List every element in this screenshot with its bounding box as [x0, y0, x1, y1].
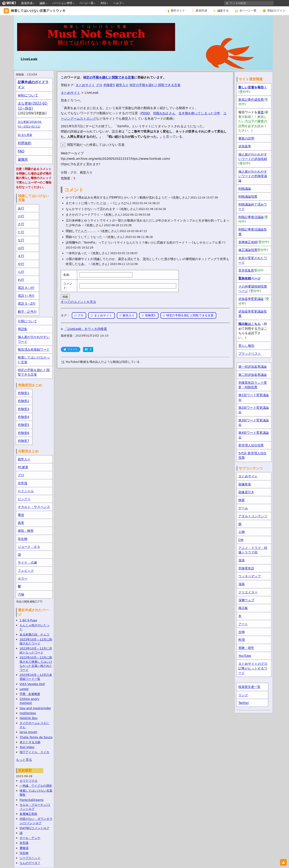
sidebar-menu-link[interactable]: 主な更新(2022-02-12~現在) — [18, 101, 48, 111]
comment-input[interactable] — [79, 283, 176, 288]
subcontent-link[interactable]: 画像逆引き — [238, 490, 254, 494]
kana-link[interactable]: わ行 — [18, 278, 24, 281]
operation-link[interactable]: 緊急依頼ページ — [238, 277, 261, 280]
sidebar-menu-link[interactable]: 利用規約 — [18, 141, 31, 145]
inline-link[interactable]: まとめサイト — [61, 91, 80, 94]
discussion-link[interactable]: 第一回追加基準議論 — [238, 365, 267, 368]
operation-link[interactable]: 削除記事復活議論投票 — [238, 227, 267, 236]
discussion-link[interactable]: 第4回ワード変更議論会 — [238, 431, 269, 439]
recent-page-link[interactable]: motherless — [20, 711, 36, 715]
atwiki-logo[interactable]: @ WIK! — [2, 1, 16, 5]
footer-link[interactable]: Twitter — [238, 701, 249, 705]
tag-button[interactable]: 危険度5 — [139, 312, 158, 319]
discussion-link[interactable]: 5代目 新管理人信任投票 — [238, 451, 266, 460]
operation-link[interactable]: 追加基準変更議論 — [238, 297, 263, 301]
operation-link[interactable]: 意見収集所 — [238, 269, 254, 272]
sidebar-menu-link[interactable]: 避難所 — [18, 157, 28, 161]
misc-link[interactable]: 用語集 — [18, 327, 27, 331]
top-menu-item[interactable]: 編集 — [40, 1, 47, 5]
kana-link[interactable]: ら行 — [18, 270, 24, 274]
recent-page-link[interactable]: 学寮 名誉教授 — [20, 692, 40, 695]
recent-page-link[interactable]: 地下アイドル スイカ — [20, 750, 49, 754]
wiki-search-box[interactable] — [224, 1, 274, 5]
misc-link[interactable]: 特定の手順を踏むと閲覧できる言葉 — [18, 368, 49, 376]
kana-link[interactable]: か行 — [18, 214, 24, 218]
sidebar-menu-link[interactable]: 記事作成のガイドライン — [18, 80, 49, 89]
subcontent-link[interactable]: 生物 — [238, 630, 245, 634]
category-link[interactable]: ホラー — [18, 577, 28, 580]
inline-link[interactable]: 危険度5 — [103, 83, 115, 87]
inline-link[interactable]: 切腹おねえさん — [153, 111, 176, 115]
discussion-link[interactable]: 危険英単語ランク変更・削除投票 — [238, 381, 267, 389]
subcontent-link[interactable]: 実験・研究 — [238, 646, 254, 650]
discussion-link[interactable]: 新管理人信任投票 — [238, 443, 263, 447]
danger-link[interactable]: 危険度4 — [18, 415, 29, 419]
category-link[interactable]: セクシャル — [18, 489, 34, 493]
inline-link[interactable]: 生き物を飼ってしまった少年 — [179, 111, 220, 115]
danger-link[interactable]: 危険度2 — [18, 399, 29, 403]
subcontent-link[interactable]: 放送 — [238, 558, 245, 562]
recent-page-link[interactable]: larva mouth — [20, 730, 37, 734]
kana-link[interactable]: 数字・記号行 — [18, 310, 37, 313]
category-link[interactable]: 謎 — [18, 553, 21, 556]
recent-page-link[interactable]: もんじゃ焼きやいたった — [20, 623, 49, 631]
post-button[interactable]: 投稿 — [61, 294, 70, 300]
history-link[interactable]: 謎 — [20, 831, 23, 835]
subcontent-link[interactable]: 人物 — [238, 530, 245, 534]
top-menu-item[interactable]: ヘルプ — [113, 1, 123, 5]
sidebar-menu-link[interactable]: 旧 主な更新 — [18, 133, 32, 136]
kana-link[interactable]: 英語 J～R行 — [18, 294, 34, 298]
discussion-link[interactable]: 第二回追加基準議論 — [238, 373, 267, 376]
subcontent-link[interactable]: ウィキペディア — [238, 575, 261, 578]
recent-page-link[interactable]: VIXX Voodoo Doll — [20, 682, 45, 686]
top-menu-item[interactable]: バージョン管理 — [52, 1, 74, 5]
operation-link[interactable]: 掲示板はこちら — [238, 322, 261, 326]
operation-link[interactable]: 名前が変更されたワード — [238, 256, 267, 264]
danger-link[interactable]: 危険度3 — [18, 407, 29, 411]
tag-button[interactable]: 殿堂入り — [117, 312, 137, 319]
recent-page-link[interactable]: 2023年10月～12月に存続となったワード — [20, 647, 52, 654]
inline-link[interactable]: 特定の手順を踏むと閲覧できる言葉 — [83, 75, 134, 79]
footer-link[interactable]: 検索実況者一覧 — [238, 685, 260, 689]
subcontent-link[interactable]: ゲーム — [238, 506, 248, 510]
subcontent-link[interactable]: 危険英単語 — [238, 566, 254, 570]
more-link[interactable]: もっと見る — [16, 758, 32, 762]
tag-button[interactable]: まとめサイト — [88, 312, 115, 319]
tweet-button[interactable]: ツイート — [61, 347, 80, 352]
operation-link[interactable]: 新しい言葉を報告！ — [238, 85, 267, 89]
subcontent-link[interactable]: アート — [238, 622, 248, 626]
sidebar-menu-link[interactable]: wikiについて — [18, 93, 38, 97]
header-action[interactable]: ＋ 新規作成 — [191, 9, 207, 13]
recent-page-link[interactable]: Helsinki Boy — [20, 716, 38, 720]
operation-link[interactable]: 追加基準 — [238, 145, 251, 148]
subcontent-link[interactable]: 画像検索 — [238, 483, 251, 486]
header-action[interactable]: ☻ 登録/ログイン — [263, 9, 285, 13]
expand-button[interactable]: + — [61, 143, 65, 147]
top-menu-item[interactable]: ページ一覧 — [79, 1, 95, 5]
history-link[interactable]: シープスヘッド — [20, 856, 40, 860]
recent-page-link[interactable]: 煮えたぎる大鍋 — [20, 740, 40, 744]
tag-button[interactable]: 特定の手順を踏むと閲覧できる言葉 — [160, 312, 216, 319]
category-link[interactable]: 珍生物 — [18, 537, 27, 540]
hatena-bookmark-button[interactable]: B! 0 — [83, 347, 93, 352]
history-link[interactable]: なんのデータ？ — [20, 861, 40, 865]
subcontent-link[interactable]: 料理 — [238, 638, 245, 642]
footnote-ref-link[interactable]: *1 — [61, 360, 65, 364]
subcontent-link[interactable]: CM — [238, 538, 243, 542]
recent-page-link[interactable]: 2023年10月～12月に削除されて検索してはいけなかった言葉へ移されたワード — [20, 656, 52, 672]
recent-page-link[interactable]: Tool Video — [20, 745, 34, 749]
inline-link[interactable]: POSO — [141, 111, 150, 115]
history-link[interactable]: カルロ・グローチェ/コメントログ — [20, 803, 50, 810]
danger-link[interactable]: 危険度1 — [18, 391, 29, 395]
top-menu-item[interactable]: RSS — [101, 1, 108, 5]
operation-link[interactable]: 新規記事作成投票 — [238, 98, 263, 101]
discussion-link[interactable]: 第1回ワード変更議論会 — [238, 393, 269, 401]
search-this-word-link[interactable]: 「LiveLeak」をウィキ内検索 — [64, 327, 107, 331]
discussion-link[interactable]: 第3回ワード変更議論会 — [238, 418, 269, 427]
operation-link[interactable]: 修正議論投票 — [238, 248, 257, 252]
inline-link[interactable]: グロ — [96, 83, 102, 87]
category-link[interactable]: サイケ・点滅 — [18, 561, 37, 564]
category-link[interactable]: オカルト・サスペンス — [18, 505, 50, 508]
category-link[interactable]: 殿堂入り — [18, 458, 30, 461]
inline-link[interactable]: まとめサイト — [76, 83, 95, 87]
